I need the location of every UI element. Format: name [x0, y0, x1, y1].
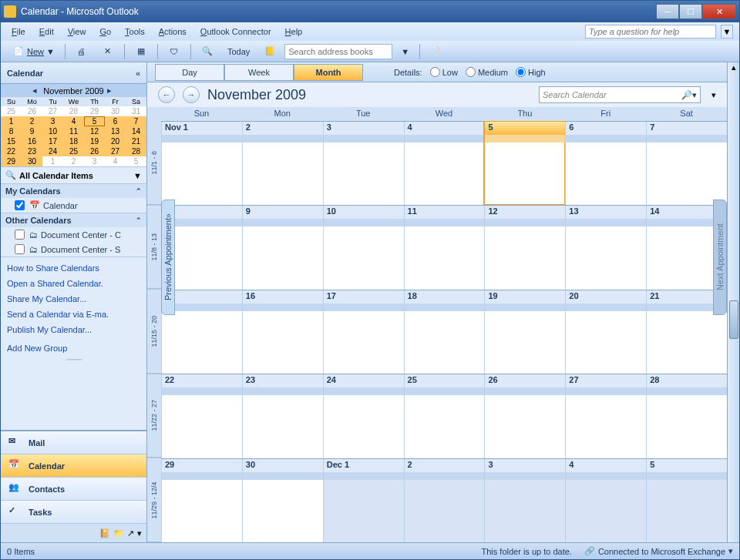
mini-day[interactable]: 4 — [105, 156, 126, 166]
calendar-item[interactable]: 🗂Document Center - C — [1, 227, 146, 242]
menu-help[interactable]: Help — [281, 25, 308, 38]
day-cell[interactable]: 7 — [646, 122, 727, 205]
mini-day[interactable]: 12 — [84, 126, 105, 136]
mini-day[interactable]: 5 — [84, 116, 105, 126]
help-search-dropdown[interactable]: ▼ — [721, 25, 733, 39]
day-cell[interactable]: 28 — [646, 374, 727, 458]
day-cell[interactable]: 11 — [404, 206, 485, 289]
expand-search-icon[interactable]: ▾ — [711, 90, 716, 100]
mini-day[interactable]: 23 — [22, 146, 42, 156]
week-label[interactable]: 11/1 - 6 — [147, 121, 161, 205]
my-calendars-header[interactable]: My Calendars⌃ — [1, 184, 146, 198]
mini-day[interactable]: 28 — [63, 106, 84, 116]
menu-go[interactable]: Go — [95, 25, 116, 38]
add-new-group-link[interactable]: Add New Group — [1, 340, 146, 356]
day-cell[interactable]: 18 — [404, 290, 485, 374]
day-cell[interactable]: 27 — [565, 374, 646, 458]
day-cell[interactable]: 30 — [242, 459, 323, 542]
mini-day[interactable]: 9 — [22, 126, 42, 136]
view-tab-day[interactable]: Day — [155, 64, 224, 81]
menu-edit[interactable]: Edit — [35, 25, 59, 38]
mini-day[interactable]: 19 — [84, 136, 105, 146]
mini-day[interactable]: 30 — [105, 106, 126, 116]
other-calendars-header[interactable]: Other Calendars⌃ — [1, 213, 146, 227]
shortcuts-icon[interactable]: ↗ — [127, 528, 134, 538]
day-cell[interactable]: 2 — [404, 459, 485, 542]
mini-day[interactable]: 22 — [1, 146, 22, 156]
day-cell[interactable]: 4 — [404, 122, 485, 205]
prev-period-button[interactable]: ← — [158, 86, 175, 103]
help-button[interactable]: ❔ — [425, 43, 448, 60]
mini-day[interactable]: 18 — [63, 136, 84, 146]
menu-file[interactable]: File — [7, 25, 30, 38]
configure-buttons[interactable]: ▾ — [137, 528, 142, 538]
mini-day[interactable]: 6 — [105, 116, 126, 126]
mini-day[interactable]: 29 — [1, 156, 22, 166]
day-cell[interactable]: 19 — [484, 290, 565, 374]
connection-status[interactable]: 🔗Connected to Microsoft Exchange ▾ — [584, 546, 733, 556]
nav-calendar[interactable]: 📅Calendar — [1, 454, 146, 478]
close-button[interactable]: ✕ — [702, 4, 736, 19]
calendar-checkbox[interactable] — [15, 244, 25, 254]
mini-day[interactable]: 21 — [126, 136, 146, 146]
mini-day[interactable]: 28 — [126, 146, 146, 156]
day-cell[interactable]: 3 — [484, 459, 565, 542]
day-cell[interactable]: Dec 1 — [323, 459, 404, 542]
mini-day[interactable]: 1 — [1, 116, 22, 126]
mini-day[interactable]: 17 — [42, 136, 63, 146]
mini-day[interactable]: 25 — [63, 146, 84, 156]
week-label[interactable]: 11/15 - 20 — [147, 290, 161, 374]
menu-view[interactable]: View — [63, 25, 91, 38]
mini-day[interactable]: 3 — [84, 156, 105, 166]
mini-day[interactable]: 13 — [105, 126, 126, 136]
day-cell[interactable]: 17 — [323, 290, 404, 374]
day-cell[interactable]: 22 — [161, 374, 242, 458]
day-cell[interactable]: 12 — [484, 206, 565, 289]
mini-day[interactable]: 27 — [105, 146, 126, 156]
calendar-checkbox[interactable] — [15, 230, 25, 240]
mini-day[interactable]: 11 — [63, 126, 84, 136]
address-search-input[interactable] — [284, 44, 392, 59]
sidebar-link[interactable]: Open a Shared Calendar. — [1, 276, 146, 291]
day-cell[interactable]: 24 — [323, 374, 404, 458]
mini-day[interactable]: 14 — [126, 126, 146, 136]
next-period-button[interactable]: → — [183, 86, 200, 103]
folder-icon[interactable]: 📁 — [113, 528, 124, 538]
day-cell[interactable]: 5 — [646, 459, 727, 542]
search-icon[interactable]: 🔎▾ — [681, 90, 697, 100]
mini-day[interactable]: 7 — [126, 116, 146, 126]
detail-option-high[interactable]: High — [516, 67, 546, 77]
sidebar-link[interactable]: Publish My Calendar... — [1, 322, 146, 337]
mini-day[interactable]: 8 — [1, 126, 22, 136]
week-label[interactable]: 11/29 - 12/4 — [147, 458, 161, 542]
mini-day[interactable]: 2 — [22, 116, 42, 126]
day-cell[interactable]: 6 — [565, 122, 646, 205]
mini-cal-next[interactable]: ▸ — [107, 86, 115, 96]
mini-day[interactable]: 31 — [126, 106, 146, 116]
week-label[interactable]: 11/8 - 13 — [147, 205, 161, 289]
day-cell[interactable]: Nov 1 — [161, 122, 242, 205]
day-cell[interactable]: 29 — [161, 459, 242, 542]
day-cell[interactable]: 9 — [242, 206, 323, 289]
mini-day[interactable]: 29 — [84, 106, 105, 116]
detail-option-medium[interactable]: Medium — [466, 67, 508, 77]
mini-day[interactable]: 2 — [63, 156, 84, 166]
scrollbar-vertical[interactable]: ▴ — [727, 62, 739, 542]
day-cell[interactable]: 26 — [484, 374, 565, 458]
permissions-button[interactable]: 🛡 — [163, 43, 186, 60]
menu-actions[interactable]: Actions — [154, 25, 191, 38]
categorize-button[interactable]: ▦ — [130, 43, 153, 60]
mini-day[interactable]: 5 — [126, 156, 146, 166]
mini-day[interactable]: 15 — [1, 136, 22, 146]
new-button[interactable]: 📄New ▼ — [7, 43, 60, 60]
mini-day[interactable]: 26 — [84, 146, 105, 156]
next-appointment-tab[interactable]: Next Appointment — [713, 200, 727, 315]
print-button[interactable]: 🖨 — [70, 43, 93, 60]
nav-mail[interactable]: ✉Mail — [1, 431, 146, 454]
maximize-button[interactable]: ☐ — [679, 4, 702, 19]
sidebar-link[interactable]: Send a Calendar via E-ma. — [1, 307, 146, 322]
notes-icon[interactable]: 📔 — [99, 528, 110, 538]
day-cell[interactable]: 13 — [565, 206, 646, 289]
mini-day[interactable]: 4 — [63, 116, 84, 126]
day-cell[interactable]: 4 — [565, 459, 646, 542]
